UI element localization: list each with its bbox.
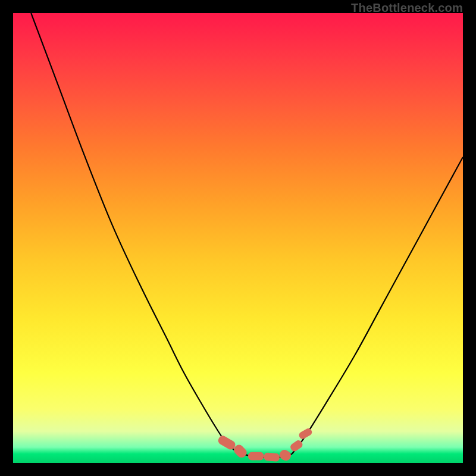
valley-marker (278, 448, 293, 462)
valley-marker (264, 452, 280, 462)
valley-marker (248, 452, 264, 461)
curve-left (31, 13, 242, 454)
plot-area (13, 13, 463, 463)
valley-marker (298, 427, 314, 440)
valley-marker (217, 434, 237, 451)
valley-markers (217, 427, 313, 462)
curve-right (292, 157, 463, 454)
chart-svg (13, 13, 463, 463)
credit-text: TheBottleneck.com (351, 1, 463, 15)
